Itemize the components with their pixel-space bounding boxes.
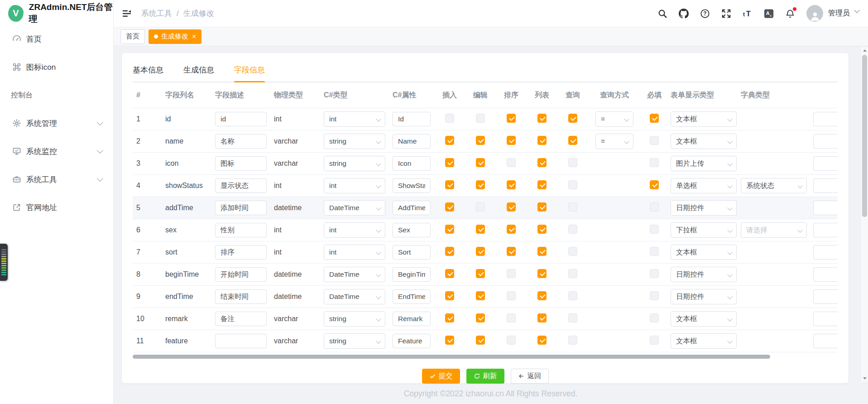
checkbox-query[interactable] bbox=[568, 336, 577, 345]
checkbox-query[interactable] bbox=[568, 136, 577, 145]
dict-type-select[interactable]: 系统状态 bbox=[741, 178, 807, 193]
translate-icon[interactable]: Ax bbox=[764, 9, 774, 19]
search-icon[interactable] bbox=[657, 9, 667, 19]
back-button[interactable]: 返回 bbox=[511, 369, 549, 384]
cs-prop-input[interactable] bbox=[393, 134, 431, 149]
cs-type-select[interactable]: DateTime bbox=[324, 267, 385, 282]
checkbox-edit[interactable] bbox=[476, 313, 485, 322]
extra-input[interactable] bbox=[813, 112, 838, 126]
checkbox-sort[interactable] bbox=[507, 180, 516, 189]
checkbox-sort[interactable] bbox=[507, 269, 516, 278]
checkbox-required[interactable] bbox=[650, 225, 659, 234]
field-desc-input[interactable] bbox=[215, 223, 267, 237]
extra-input[interactable] bbox=[813, 312, 838, 326]
checkbox-sort[interactable] bbox=[507, 291, 516, 300]
checkbox-sort[interactable] bbox=[507, 247, 516, 256]
checkbox-insert[interactable] bbox=[445, 158, 454, 167]
display-type-select[interactable]: 文本框 bbox=[671, 333, 737, 349]
checkbox-required[interactable] bbox=[650, 269, 659, 278]
cs-type-select[interactable]: string bbox=[324, 134, 385, 149]
sidebar-item-system-admin[interactable]: 系统管理 bbox=[0, 111, 113, 136]
checkbox-query[interactable] bbox=[568, 313, 577, 322]
scroll-up-arrow[interactable] bbox=[861, 47, 868, 54]
checkbox-sort[interactable] bbox=[507, 225, 516, 234]
checkbox-sort[interactable] bbox=[507, 202, 516, 212]
cs-prop-input[interactable] bbox=[393, 289, 431, 304]
refresh-button[interactable]: 刷新 bbox=[466, 369, 504, 384]
checkbox-required[interactable] bbox=[650, 291, 659, 300]
tag-item[interactable]: 首页 bbox=[120, 29, 145, 44]
checkbox-insert[interactable] bbox=[445, 291, 454, 300]
extra-input[interactable] bbox=[813, 245, 838, 260]
checkbox-insert[interactable] bbox=[445, 136, 454, 145]
cs-type-select[interactable]: string bbox=[324, 333, 385, 349]
sidebar-item-icons[interactable]: 图标icon bbox=[0, 54, 113, 80]
sidebar-item-system-monitor[interactable]: 系统监控 bbox=[0, 139, 113, 164]
query-mode-select[interactable]: = bbox=[595, 111, 633, 127]
checkbox-insert[interactable] bbox=[445, 336, 454, 345]
query-mode-select[interactable]: = bbox=[595, 134, 633, 149]
cs-type-select[interactable]: string bbox=[324, 311, 385, 327]
cs-prop-input[interactable] bbox=[393, 245, 431, 260]
checkbox-insert[interactable] bbox=[445, 313, 454, 322]
checkbox-query[interactable] bbox=[568, 202, 577, 212]
checkbox-required[interactable] bbox=[650, 313, 659, 322]
checkbox-insert[interactable] bbox=[445, 180, 454, 189]
checkbox-required[interactable] bbox=[650, 202, 659, 212]
checkbox-edit[interactable] bbox=[476, 114, 485, 123]
checkbox-edit[interactable] bbox=[476, 180, 485, 189]
checkbox-insert[interactable] bbox=[445, 114, 454, 123]
checkbox-sort[interactable] bbox=[507, 158, 516, 167]
perf-monitor-handle[interactable] bbox=[0, 244, 8, 281]
field-desc-input[interactable] bbox=[215, 156, 267, 171]
bell-icon[interactable] bbox=[785, 9, 795, 19]
extra-input[interactable] bbox=[813, 156, 838, 171]
field-desc-input[interactable] bbox=[215, 312, 267, 326]
field-desc-input[interactable] bbox=[215, 289, 267, 304]
fullscreen-icon[interactable] bbox=[721, 9, 731, 19]
extra-input[interactable] bbox=[813, 201, 838, 215]
extra-input[interactable] bbox=[813, 223, 838, 237]
checkbox-list[interactable] bbox=[537, 336, 547, 345]
tag-active[interactable]: 生成修改× bbox=[149, 29, 201, 44]
checkbox-query[interactable] bbox=[568, 114, 577, 123]
tab-字段信息[interactable]: 字段信息 bbox=[234, 65, 265, 82]
tag-close-icon[interactable]: × bbox=[192, 33, 196, 40]
checkbox-edit[interactable] bbox=[476, 158, 485, 167]
field-desc-input[interactable] bbox=[215, 334, 267, 348]
dict-type-select[interactable]: 请选择 bbox=[741, 222, 807, 238]
avatar[interactable] bbox=[806, 5, 823, 22]
checkbox-insert[interactable] bbox=[445, 269, 454, 278]
checkbox-query[interactable] bbox=[568, 180, 577, 189]
display-type-select[interactable]: 日期控件 bbox=[671, 289, 737, 304]
checkbox-sort[interactable] bbox=[507, 114, 516, 123]
cs-prop-input[interactable] bbox=[393, 267, 431, 282]
checkbox-required[interactable] bbox=[650, 136, 659, 145]
cs-prop-input[interactable] bbox=[393, 112, 431, 126]
cs-type-select[interactable]: DateTime bbox=[324, 200, 385, 216]
checkbox-query[interactable] bbox=[568, 291, 577, 300]
sidebar-item-system-tools[interactable]: 系统工具 bbox=[0, 167, 113, 192]
display-type-select[interactable]: 文本框 bbox=[671, 245, 737, 260]
display-type-select[interactable]: 日期控件 bbox=[671, 200, 737, 216]
checkbox-list[interactable] bbox=[537, 180, 547, 189]
checkbox-list[interactable] bbox=[537, 313, 547, 322]
checkbox-sort[interactable] bbox=[507, 336, 516, 345]
display-type-select[interactable]: 日期控件 bbox=[671, 267, 737, 282]
checkbox-required[interactable] bbox=[650, 180, 659, 189]
cs-prop-input[interactable] bbox=[393, 156, 431, 171]
cs-prop-input[interactable] bbox=[393, 178, 431, 193]
tab-基本信息[interactable]: 基本信息 bbox=[133, 65, 163, 82]
field-desc-input[interactable] bbox=[215, 201, 267, 215]
cs-prop-input[interactable] bbox=[393, 312, 431, 326]
checkbox-required[interactable] bbox=[650, 158, 659, 167]
display-type-select[interactable]: 文本框 bbox=[671, 311, 737, 327]
tab-生成信息[interactable]: 生成信息 bbox=[183, 65, 214, 82]
checkbox-list[interactable] bbox=[537, 114, 547, 123]
checkbox-query[interactable] bbox=[568, 225, 577, 234]
field-desc-input[interactable] bbox=[215, 245, 267, 260]
cs-type-select[interactable]: string bbox=[324, 156, 385, 171]
menu-fold-icon[interactable] bbox=[121, 8, 132, 19]
cs-type-select[interactable]: DateTime bbox=[324, 289, 385, 304]
checkbox-list[interactable] bbox=[537, 158, 547, 167]
